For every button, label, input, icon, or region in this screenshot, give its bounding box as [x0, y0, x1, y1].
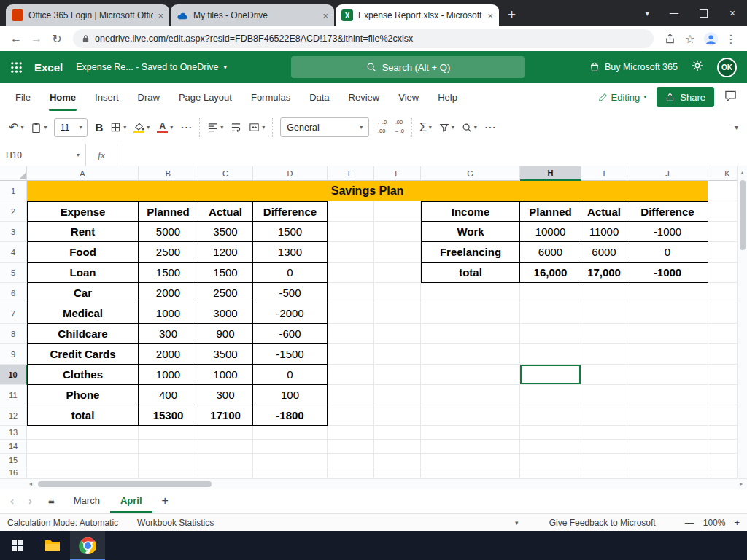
- tab-search-chevron-icon[interactable]: ▾: [645, 9, 649, 18]
- cell-A4[interactable]: Food: [27, 242, 139, 262]
- cell-A13[interactable]: [27, 426, 139, 440]
- cell-G7[interactable]: [421, 303, 520, 324]
- browser-menu-icon[interactable]: ⋮: [721, 32, 741, 46]
- row-header-7[interactable]: 7: [0, 303, 27, 324]
- column-header-D[interactable]: D: [253, 166, 328, 181]
- row-header-16[interactable]: 16: [0, 467, 27, 478]
- alignment-button[interactable]: ▾: [207, 122, 223, 133]
- cell-H14[interactable]: [520, 440, 581, 454]
- tab-close-icon[interactable]: ×: [158, 10, 163, 21]
- sheet-nav-left-icon[interactable]: ‹: [3, 489, 21, 513]
- cell-D7[interactable]: -2000: [253, 303, 328, 324]
- cell-I7[interactable]: [581, 303, 627, 324]
- menu-page-layout[interactable]: Page Layout: [169, 83, 241, 111]
- feedback-link[interactable]: Give Feedback to Microsoft: [549, 518, 656, 528]
- row-header-3[interactable]: 3: [0, 222, 27, 242]
- cell-C5[interactable]: 1500: [198, 262, 253, 283]
- window-close-button[interactable]: ×: [718, 0, 747, 26]
- row-header-15[interactable]: 15: [0, 454, 27, 467]
- cell-B5[interactable]: 1500: [139, 262, 198, 283]
- row-header-10[interactable]: 10: [0, 365, 27, 385]
- borders-button[interactable]: ▾: [110, 122, 126, 133]
- font-size-select[interactable]: 11 ▾: [54, 118, 88, 137]
- cell-C11[interactable]: 300: [198, 385, 253, 405]
- row-header-8[interactable]: 8: [0, 324, 27, 344]
- cell-A15[interactable]: [27, 454, 139, 467]
- cell-H11[interactable]: [520, 385, 581, 405]
- cell-A16[interactable]: [27, 467, 139, 478]
- cell-B2[interactable]: Planned: [139, 201, 198, 222]
- forward-icon[interactable]: →: [26, 32, 47, 45]
- autosum-button[interactable]: Σ ▾: [419, 122, 432, 133]
- column-header-E[interactable]: E: [328, 166, 374, 181]
- cell-E7[interactable]: [328, 303, 374, 324]
- menu-formulas[interactable]: Formulas: [241, 83, 300, 111]
- share-button[interactable]: Share: [657, 87, 714, 107]
- cell-H3[interactable]: 10000: [520, 222, 581, 242]
- scroll-up-icon[interactable]: ▴: [740, 169, 743, 176]
- wrap-text-button[interactable]: [231, 122, 241, 133]
- cell-J4[interactable]: 0: [627, 242, 708, 262]
- browser-tab-office[interactable]: Office 365 Login | Microsoft Offic ×: [6, 4, 169, 26]
- cell-G2[interactable]: Income: [421, 201, 520, 222]
- cell-E10[interactable]: [328, 365, 374, 385]
- search-input[interactable]: Search (Alt + Q): [291, 56, 525, 78]
- cell-G9[interactable]: [421, 344, 520, 365]
- menu-data[interactable]: Data: [300, 83, 338, 111]
- menu-view[interactable]: View: [389, 83, 428, 111]
- cell-C2[interactable]: Actual: [198, 201, 253, 222]
- tab-close-icon[interactable]: ×: [322, 10, 328, 21]
- cell-A9[interactable]: Credit Cards: [27, 344, 139, 365]
- cell-D11[interactable]: 100: [253, 385, 328, 405]
- cell-J2[interactable]: Difference: [627, 201, 708, 222]
- cell-H2[interactable]: Planned: [520, 201, 581, 222]
- zoom-level[interactable]: 100%: [703, 518, 726, 528]
- cell-B15[interactable]: [139, 454, 198, 467]
- menu-help[interactable]: Help: [428, 83, 467, 111]
- cell-E16[interactable]: [328, 467, 374, 478]
- cell-J16[interactable]: [627, 467, 708, 478]
- cell-H4[interactable]: 6000: [520, 242, 581, 262]
- cell-D5[interactable]: 0: [253, 262, 328, 283]
- column-header-G[interactable]: G: [421, 166, 520, 181]
- app-launcher-icon[interactable]: [10, 61, 23, 74]
- find-button[interactable]: ▾: [462, 122, 477, 133]
- row-header-2[interactable]: 2: [0, 201, 27, 222]
- cell-H7[interactable]: [520, 303, 581, 324]
- cell-J9[interactable]: [627, 344, 708, 365]
- cell-J14[interactable]: [627, 440, 708, 454]
- row-header-6[interactable]: 6: [0, 283, 27, 303]
- cell-G12[interactable]: [421, 405, 520, 426]
- browser-tab-onedrive[interactable]: My files - OneDrive ×: [171, 4, 334, 26]
- row-header-14[interactable]: 14: [0, 440, 27, 454]
- cell-E8[interactable]: [328, 324, 374, 344]
- cell-A5[interactable]: Loan: [27, 262, 139, 283]
- cell-C7[interactable]: 3000: [198, 303, 253, 324]
- cell-I3[interactable]: 11000: [581, 222, 627, 242]
- cell-A2[interactable]: Expense: [27, 201, 139, 222]
- browser-tab-excel-active[interactable]: X Expense Report.xlsx - Microsoft E ×: [336, 4, 499, 26]
- cell-B12[interactable]: 15300: [139, 405, 198, 426]
- cell-D2[interactable]: Difference: [253, 201, 328, 222]
- cell-C8[interactable]: 900: [198, 324, 253, 344]
- column-header-H[interactable]: H: [520, 166, 581, 181]
- reload-icon[interactable]: ↻: [47, 32, 67, 46]
- cell-F6[interactable]: [374, 283, 421, 303]
- cell-F15[interactable]: [374, 454, 421, 467]
- menu-file[interactable]: File: [6, 83, 40, 111]
- cell-F3[interactable]: [374, 222, 421, 242]
- cell-F7[interactable]: [374, 303, 421, 324]
- bold-button[interactable]: B: [95, 121, 103, 133]
- cell-B8[interactable]: 300: [139, 324, 198, 344]
- cell-I14[interactable]: [581, 440, 627, 454]
- sheet-tab-march[interactable]: March: [63, 489, 110, 513]
- cell-D4[interactable]: 1300: [253, 242, 328, 262]
- app-name[interactable]: Excel: [34, 61, 63, 74]
- new-tab-button[interactable]: +: [508, 7, 516, 21]
- ribbon-collapse-chevron-icon[interactable]: ▾: [735, 123, 738, 131]
- cell-C12[interactable]: 17100: [198, 405, 253, 426]
- status-chevron-icon[interactable]: ▾: [515, 519, 519, 526]
- window-minimize-button[interactable]: —: [659, 0, 689, 26]
- cell-H16[interactable]: [520, 467, 581, 478]
- back-icon[interactable]: ←: [6, 32, 26, 45]
